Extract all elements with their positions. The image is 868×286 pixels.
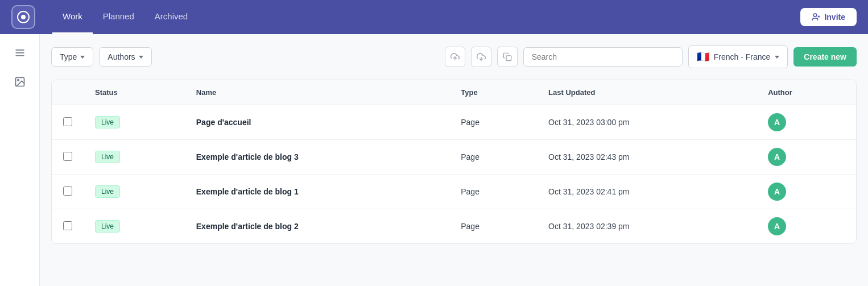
row-type: Page — [449, 140, 537, 175]
row-author: A — [757, 175, 856, 209]
row-checkbox-cell — [52, 175, 84, 209]
upload-icon-button[interactable] — [445, 47, 465, 67]
table-row: Live Exemple d'article de blog 2 Page Oc… — [52, 209, 856, 244]
copy-icon-button[interactable] — [497, 47, 518, 67]
row-status: Live — [84, 175, 185, 209]
row-type: Page — [449, 175, 537, 209]
row-checkbox-1[interactable] — [63, 152, 72, 161]
status-badge: Live — [95, 116, 120, 129]
row-type: Page — [449, 105, 537, 140]
copy-icon — [503, 52, 512, 61]
row-checkbox-cell — [52, 105, 84, 140]
nav-tabs: Work Planned Archived — [52, 0, 800, 34]
avatar: A — [768, 148, 786, 166]
chevron-down-icon — [775, 56, 779, 59]
avatar: A — [768, 113, 786, 131]
header-checkbox-cell — [52, 80, 84, 105]
nav-tab-work[interactable]: Work — [52, 0, 93, 34]
table-row: Live Exemple d'article de blog 1 Page Oc… — [52, 175, 856, 209]
row-checkbox-cell — [52, 209, 84, 244]
row-name[interactable]: Exemple d'article de blog 2 — [185, 209, 449, 244]
avatar: A — [768, 217, 786, 235]
table-header-row: Status Name Type Last Updated Author — [52, 80, 856, 105]
svg-point-0 — [814, 14, 817, 16]
row-checkbox-3[interactable] — [63, 221, 72, 230]
row-author: A — [757, 140, 856, 175]
authors-filter-button[interactable]: Authors — [99, 47, 151, 67]
row-status: Live — [84, 209, 185, 244]
invite-icon — [812, 13, 821, 22]
image-icon — [14, 76, 26, 88]
status-badge: Live — [95, 151, 120, 163]
row-name[interactable]: Page d'accueil — [185, 105, 449, 140]
chevron-down-icon — [139, 56, 143, 59]
row-checkbox-0[interactable] — [63, 117, 72, 126]
create-new-button[interactable]: Create new — [793, 47, 857, 67]
status-badge: Live — [95, 220, 120, 233]
chevron-down-icon — [80, 56, 85, 59]
row-checkbox-cell — [52, 140, 84, 175]
header-name: Name — [185, 80, 449, 105]
row-status: Live — [84, 140, 185, 175]
sidebar — [0, 34, 40, 286]
toolbar: Type Authors — [51, 45, 857, 68]
row-last-updated: Oct 31, 2023 02:43 pm — [537, 140, 757, 175]
menu-icon — [14, 47, 26, 59]
header-author: Author — [757, 80, 856, 105]
row-last-updated: Oct 31, 2023 02:39 pm — [537, 209, 757, 244]
nav-tab-planned[interactable]: Planned — [93, 0, 144, 34]
upload-icon — [450, 52, 460, 61]
header-type: Type — [449, 80, 537, 105]
sidebar-image-icon[interactable] — [10, 72, 30, 92]
download-icon — [477, 52, 486, 61]
header-last-updated: Last Updated — [537, 80, 757, 105]
language-selector-button[interactable]: 🇫🇷 French - France — [688, 45, 788, 68]
logo-icon — [17, 11, 30, 23]
invite-button[interactable]: Invite — [800, 8, 857, 26]
logo-button[interactable] — [11, 5, 35, 29]
main-content: Type Authors — [40, 34, 868, 286]
row-type: Page — [449, 209, 537, 244]
avatar: A — [768, 183, 786, 201]
row-author: A — [757, 105, 856, 140]
row-status: Live — [84, 105, 185, 140]
download-icon-button[interactable] — [471, 47, 491, 67]
table-row: Live Page d'accueil Page Oct 31, 2023 03… — [52, 105, 856, 140]
search-input[interactable] — [523, 47, 683, 67]
type-filter-button[interactable]: Type — [51, 47, 93, 67]
content-table: Status Name Type Last Updated Author Liv… — [51, 80, 857, 244]
row-name[interactable]: Exemple d'article de blog 1 — [185, 175, 449, 209]
sidebar-menu-icon[interactable] — [10, 43, 30, 63]
header-status: Status — [84, 80, 185, 105]
row-checkbox-2[interactable] — [63, 186, 72, 196]
row-last-updated: Oct 31, 2023 02:41 pm — [537, 175, 757, 209]
svg-point-7 — [17, 80, 18, 81]
status-badge: Live — [95, 185, 120, 198]
row-name[interactable]: Exemple d'article de blog 3 — [185, 140, 449, 175]
top-navigation: Work Planned Archived Invite — [0, 0, 868, 34]
table-row: Live Exemple d'article de blog 3 Page Oc… — [52, 140, 856, 175]
row-last-updated: Oct 31, 2023 03:00 pm — [537, 105, 757, 140]
nav-tab-archived[interactable]: Archived — [144, 0, 198, 34]
row-author: A — [757, 209, 856, 244]
svg-rect-10 — [506, 56, 511, 61]
flag-icon: 🇫🇷 — [697, 51, 709, 63]
